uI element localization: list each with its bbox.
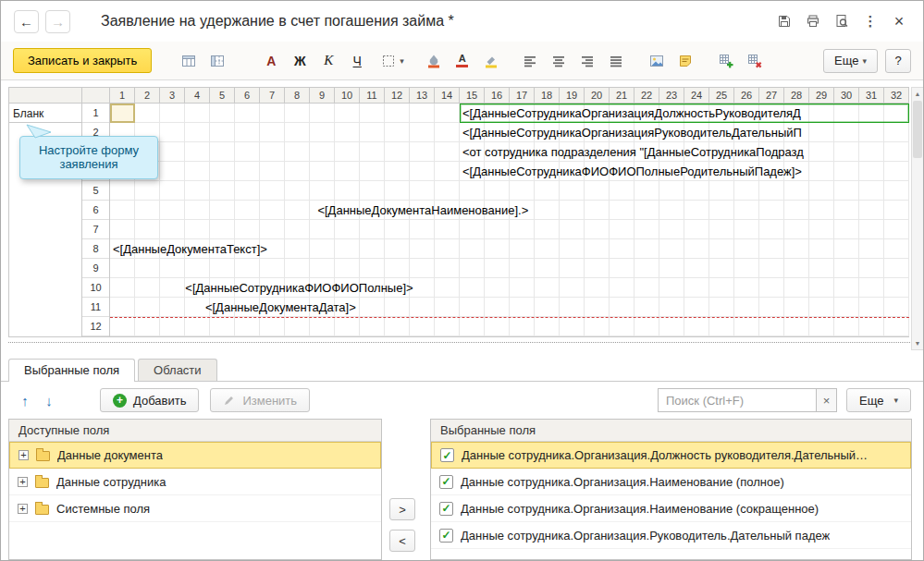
sheet-cell[interactable]: <[ДанныеСотрудникаФИОФИОПолные]> [185,278,413,298]
checkbox-icon[interactable]: ✓ [439,502,453,516]
search-input[interactable] [658,388,817,412]
move-left-button[interactable]: < [389,530,415,552]
column-header[interactable]: 19 [560,87,585,104]
back-button[interactable]: ← [14,10,39,33]
move-right-button[interactable]: > [389,498,415,520]
column-header[interactable]: 24 [684,87,709,104]
tree-item[interactable]: +Системные поля [9,495,381,522]
column-header[interactable]: 18 [535,87,560,104]
move-up-button[interactable]: ↑ [13,389,37,411]
help-button[interactable]: ? [885,49,911,73]
clear-search-button[interactable]: × [817,388,837,412]
column-header[interactable]: 25 [709,87,734,104]
edit-button[interactable]: Изменить [210,388,310,412]
sheet-cell[interactable]: <от сотрудника подразделения "[ДанныеСот… [462,142,804,162]
column-header[interactable]: 10 [335,87,360,104]
row-header[interactable]: 10 [82,278,109,298]
row-header[interactable]: 7 [82,220,109,239]
row-header[interactable]: 6 [82,201,109,220]
row-header[interactable]: 1 [82,104,109,123]
sheet-cell[interactable]: <[ДанныеСотрудникаФИОФИОПолныеРодительны… [462,162,802,181]
save-and-close-button[interactable]: Записать и закрыть [13,48,152,73]
column-header[interactable]: 15 [460,87,485,104]
forward-button[interactable]: → [45,10,70,33]
column-header[interactable]: 31 [859,87,884,104]
column-header[interactable]: 30 [834,87,859,104]
row-header[interactable]: 12 [82,317,109,336]
column-header[interactable]: 4 [185,87,210,104]
selected-field-row[interactable]: ✓Данные сотрудника.Организация.Руководит… [431,522,911,549]
column-header[interactable]: 7 [260,87,285,104]
column-header[interactable]: 26 [734,87,759,104]
column-header[interactable]: 32 [884,87,909,104]
insert-cells-button[interactable] [713,49,739,73]
selected-field-row[interactable]: ✓Данные сотрудника.Организация.Должность… [431,442,911,469]
column-header[interactable]: 14 [435,87,460,104]
add-button[interactable]: +Добавить [100,388,199,412]
menu-button[interactable]: ⋮ [859,10,881,32]
column-header[interactable]: 9 [310,87,335,104]
align-center-button[interactable] [546,49,572,73]
save-button[interactable] [773,10,795,32]
print-button[interactable] [802,10,824,32]
row-header[interactable]: 8 [82,239,109,259]
selected-field-row[interactable]: ✓Данные сотрудника.Организация.Наименова… [431,495,911,522]
column-header[interactable]: 11 [360,87,385,104]
expand-icon[interactable]: + [18,504,28,514]
selected-field-row[interactable]: ✓Данные сотрудника.Организация.Наименова… [431,469,911,495]
checkbox-icon[interactable]: ✓ [439,475,453,489]
tree-item[interactable]: +Данные документа [9,442,381,469]
borders-dropdown-button[interactable]: ▾ [377,49,408,73]
column-header[interactable]: 23 [659,87,684,104]
align-justify-button[interactable] [603,49,629,73]
sheet-cell[interactable]: <[ДанныеДокументаДата]> [205,298,356,317]
column-header[interactable]: 20 [585,87,610,104]
panel-tab[interactable]: Области [138,359,217,381]
fill-color-button[interactable] [421,49,447,73]
section-name-cell[interactable]: Бланк [9,104,81,123]
column-header[interactable]: 2 [135,87,160,104]
italic-button[interactable]: К [315,49,341,73]
sheet-cell[interactable]: <[ДанныеСотрудникаОрганизацияРуководител… [462,123,802,142]
align-right-button[interactable] [574,49,600,73]
column-header[interactable]: 8 [285,87,310,104]
align-left-button[interactable] [517,49,543,73]
expand-icon[interactable]: + [18,450,29,460]
column-header[interactable]: 12 [385,87,410,104]
column-header[interactable]: 17 [510,87,535,104]
font-button[interactable]: А [258,49,284,73]
column-header[interactable]: 6 [235,87,260,104]
panel-more-button[interactable]: Еще▾ [846,388,911,412]
insert-picture-button[interactable] [644,49,670,73]
insert-note-button[interactable] [672,49,698,73]
underline-button[interactable]: Ч [344,49,370,73]
column-header[interactable]: 27 [759,87,784,104]
scroll-up-icon[interactable]: ▲ [912,88,923,100]
column-header[interactable]: 28 [784,87,809,104]
highlight-button[interactable] [478,49,504,73]
column-header[interactable]: 29 [809,87,834,104]
sheet-cell[interactable]: <[ДанныеДокументаНаименование].> [317,201,528,220]
sheet-cell[interactable]: <[ДанныеДокументаТекст]> [113,239,267,259]
checkbox-icon[interactable]: ✓ [440,448,454,462]
sheet-cell[interactable]: <[ДанныеСотрудникаОрганизацияДолжностьРу… [462,104,801,123]
column-header[interactable]: 5 [210,87,235,104]
more-button[interactable]: Еще▾ [823,49,878,73]
bold-button[interactable]: Ж [287,49,313,73]
column-header[interactable]: 22 [634,87,659,104]
column-header[interactable]: 3 [160,87,185,104]
sheet-grid[interactable]: <[ДанныеСотрудникаОрганизацияДолжностьРу… [110,104,909,336]
preview-button[interactable] [831,10,853,32]
row-header[interactable]: 11 [82,298,109,317]
tree-item[interactable]: +Данные сотрудника [9,469,381,495]
checkbox-icon[interactable]: ✓ [439,529,453,543]
table-grid-button[interactable] [204,49,230,73]
font-color-button[interactable]: А [450,49,475,73]
row-header[interactable]: 9 [82,259,109,278]
table-headers-button[interactable] [176,49,202,73]
panel-tab[interactable]: Выбранные поля [8,359,135,381]
column-header[interactable]: 13 [410,87,435,104]
expand-icon[interactable]: + [18,477,28,487]
column-header[interactable]: 1 [110,87,135,104]
row-header[interactable]: 5 [82,181,109,201]
